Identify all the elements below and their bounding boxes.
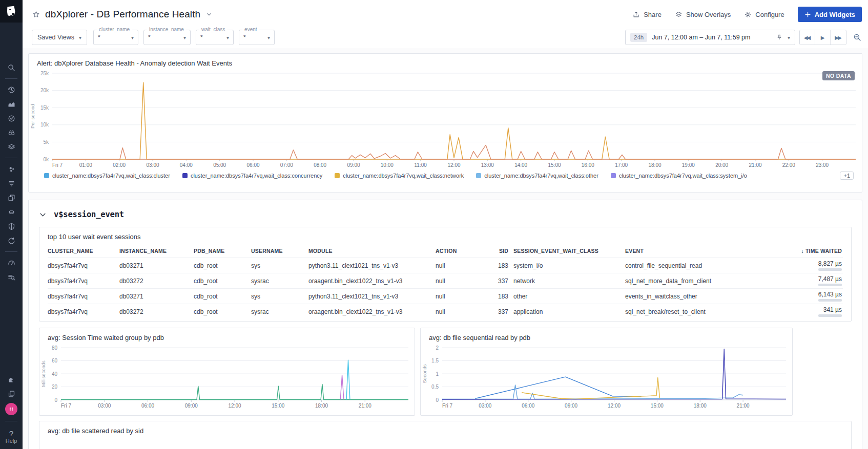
filter-wait_class[interactable]: wait_class*▾ [196,30,234,45]
legend-item[interactable]: cluster_name:dbsys7fa4r7vq,wait_class:sy… [611,173,747,179]
cell-action: null [436,275,485,287]
wait-events-chart[interactable]: 0k5k10k15k20k25kPer secondFri 701:0002:0… [29,68,862,169]
time-forward-button[interactable]: ▶▶ [831,30,846,45]
show-overlays-button[interactable]: Show Overlays [675,11,731,18]
column-header-action[interactable]: ACTION [436,246,485,256]
integrations-puzzle-icon[interactable] [0,372,23,387]
metrics-icon[interactable] [0,97,23,111]
caret-down-icon: ▾ [79,35,81,40]
cell-action: null [436,291,485,302]
cell-sid: 337 [485,306,513,317]
cell-sid: 183 [485,291,513,302]
table-row[interactable]: dbsys7fa4r7vqdb03271cdb_rootsyspython3.1… [48,258,843,273]
alert-wait-events-widget[interactable]: Alert: dbXplorer Database Health - Anoma… [28,53,862,193]
monitors-icon[interactable] [0,111,23,125]
dashboards-icon[interactable] [0,140,23,154]
integrations-link-icon[interactable] [0,205,23,219]
left-nav-sidebar: ?Help [0,0,23,449]
software-catalog-icon[interactable] [0,190,23,205]
workspaces-icon[interactable] [0,387,23,401]
column-header-time waited[interactable]: ↓TIME WAITED [751,246,843,256]
search-icon[interactable] [0,60,23,75]
cell-cluster_name: dbsys7fa4r7vq [48,260,119,271]
legend-item[interactable]: cluster_name:dbsys7fa4r7vq,wait_class:cl… [44,173,170,179]
synthetics-icon[interactable] [0,233,23,248]
table-row[interactable]: dbsys7fa4r7vqdb03272cdb_rootsysracoraage… [48,304,843,319]
svg-text:40: 40 [52,371,58,377]
security-icon[interactable] [0,219,23,233]
svg-text:20k: 20k [40,88,49,93]
svg-text:1.5: 1.5 [431,358,439,364]
chart-legend: cluster_name:dbsys7fa4r7vq,wait_class:cl… [29,169,862,180]
filter-instance_name[interactable]: instance_name*▾ [143,30,191,45]
sidebar-divider [5,78,17,79]
watchdog-icon[interactable] [0,125,23,140]
column-header-cluster_name[interactable]: CLUSTER_NAME [48,246,119,256]
table-title: top 10 user wait event sessions [39,227,851,244]
svg-text:06:00: 06:00 [522,403,534,409]
cell-time-waited: 8,827 µs [751,258,843,273]
time-play-button[interactable]: ▶ [815,30,831,45]
cell-instance_name: db03272 [119,306,194,317]
legend-more-badge[interactable]: +1 [840,172,854,180]
db-file-scattered-read-widget[interactable]: avg: db file scattered read by sid [39,421,852,449]
cell-action: null [436,306,485,317]
logs-icon[interactable] [0,176,23,190]
cell-event: sql_net_break/reset_to_client [625,306,751,317]
svg-text:21:00: 21:00 [749,162,761,168]
filter-label: instance_name [147,27,186,32]
legend-item[interactable]: cluster_name:dbsys7fa4r7vq,wait_class:ne… [335,173,464,179]
sequential-read-chart[interactable]: 00.511.52SecondsFri 703:0006:0009:0012:0… [421,343,792,410]
table-row[interactable]: dbsys7fa4r7vqdb03271cdb_rootsyspython3.1… [48,288,843,304]
service-management-icon[interactable] [0,255,23,270]
filter-value: * [243,34,246,41]
legend-item[interactable]: cluster_name:dbsys7fa4r7vq,wait_class:co… [182,173,322,179]
svg-text:15k: 15k [40,105,49,111]
column-header-instance_name[interactable]: INSTANCE_NAME [119,246,194,256]
infrastructure-icon[interactable] [0,162,23,176]
history-icon[interactable] [0,82,23,97]
help-button[interactable]: ?Help [6,429,17,444]
column-header-event[interactable]: EVENT [625,246,751,256]
cell-instance_name: db03271 [119,291,194,302]
svg-text:18:00: 18:00 [648,162,661,168]
group-collapse-header[interactable]: v$session_event [39,200,852,226]
configure-button[interactable]: Configure [744,11,784,18]
time-back-button[interactable]: ◀◀ [800,30,815,45]
session-time-chart[interactable]: 020406080MillisecondsFri 703:0006:0009:0… [39,343,415,410]
sidebar-divider [5,158,17,158]
column-header-sid[interactable]: SID [485,246,513,256]
filter-cluster_name[interactable]: cluster_name*▾ [93,30,138,45]
column-header-pdb_name[interactable]: PDB_NAME [194,246,251,256]
table-row[interactable]: dbsys7fa4r7vqdb03272cdb_rootsysracoraage… [48,273,843,288]
sidebar-divider [5,421,17,421]
share-button[interactable]: Share [632,11,662,18]
add-widgets-button[interactable]: Add Widgets [798,7,862,22]
cell-event: events_in_waitclass_other [625,291,751,302]
column-header-module[interactable]: MODULE [308,246,436,256]
cell-instance_name: db03271 [119,260,194,271]
legend-label: cluster_name:dbsys7fa4r7vq,wait_class:co… [191,173,322,179]
user-avatar[interactable] [5,403,17,415]
zoom-out-icon[interactable] [853,33,862,42]
db-file-sequential-read-widget[interactable]: avg: db file sequential read by pdb 00.5… [420,328,793,416]
time-waited-bar [818,284,842,286]
datadog-logo[interactable] [0,0,23,23]
cell-time-waited: 341 µs [751,304,843,319]
question-mark-icon: ? [6,429,17,438]
title-chevron-down-icon[interactable] [205,11,213,18]
filter-event[interactable]: event*▾ [239,30,275,45]
legend-item[interactable]: cluster_name:dbsys7fa4r7vq,wait_class:ot… [476,173,598,179]
svg-text:Fri 7: Fri 7 [442,403,452,409]
pin-icon[interactable] [776,34,783,41]
dashboard-content: Alert: dbXplorer Database Health - Anoma… [23,48,868,449]
svg-text:14:00: 14:00 [514,162,527,168]
favorite-star-icon[interactable] [32,10,40,19]
column-header-username[interactable]: USERNAME [251,246,308,256]
column-header-session_event_wait_class[interactable]: SESSION_EVENT_WAIT_CLASS [513,246,625,256]
time-range-picker[interactable]: 24h Jun 7, 12:00 am – Jun 7, 11:59 pm ▾ [625,30,795,45]
saved-views-dropdown[interactable]: Saved Views▾ [32,30,87,45]
query-insights-icon[interactable] [0,270,23,284]
legend-label: cluster_name:dbsys7fa4r7vq,wait_class:ne… [343,173,464,179]
session-time-waited-widget[interactable]: avg: Session Time waited group by pdb 02… [39,328,415,416]
